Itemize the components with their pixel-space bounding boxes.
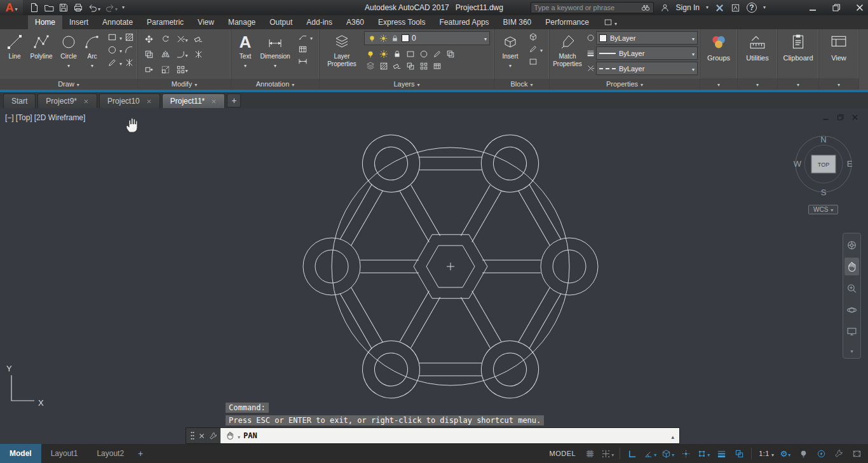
panel-label-groups[interactable] (700, 78, 737, 90)
layer-lock-icon[interactable] (390, 33, 399, 44)
layer-tool-icon[interactable] (444, 48, 456, 59)
dim-style-tool-icon[interactable] (297, 56, 309, 67)
ribbon-tab-home[interactable]: Home (28, 15, 62, 29)
plot-button[interactable] (73, 3, 83, 13)
close-tab-icon[interactable] (83, 99, 89, 104)
arc-tool-button[interactable]: Arc (81, 31, 103, 69)
new-file-button[interactable] (29, 3, 39, 13)
object-snap-tracking-icon[interactable] (678, 446, 693, 460)
file-tab-project10[interactable]: Project10 (99, 93, 160, 108)
layer-select[interactable]: 0 (364, 31, 490, 45)
pan-tool-icon[interactable] (844, 258, 859, 275)
exchange-apps-icon[interactable] (731, 3, 740, 13)
panel-label-view[interactable] (819, 78, 858, 90)
line-tool-button[interactable]: Line (3, 31, 27, 60)
edit-attributes-tool-icon[interactable] (527, 44, 539, 55)
viewport-restore-button[interactable] (836, 113, 844, 121)
layer-color-swatch[interactable] (402, 34, 409, 42)
edit-attributes-caret-icon[interactable] (540, 43, 543, 55)
layout1-tab[interactable]: Layout1 (41, 444, 88, 463)
view-button[interactable]: View (819, 29, 858, 78)
layer-tool-icon[interactable] (391, 48, 403, 59)
layer-on-bulb-icon[interactable] (367, 33, 376, 44)
help-icon[interactable] (747, 3, 757, 13)
hatch-tool-icon[interactable] (123, 32, 135, 43)
object-color-select[interactable]: ByLayer (596, 31, 698, 45)
panel-label-clipboard[interactable] (778, 78, 818, 90)
layer-properties-button[interactable]: Layer Properties (322, 31, 362, 67)
qat-customize-caret-icon[interactable] (122, 5, 125, 10)
restore-button[interactable] (827, 0, 844, 15)
file-tab-project11[interactable]: Project11* (162, 93, 225, 108)
lineweight-select[interactable]: ByLayer (596, 46, 698, 60)
selection-cycling-icon[interactable] (731, 446, 747, 460)
command-customize-wrench-icon[interactable] (209, 432, 217, 440)
revision-cloud-tool-icon[interactable] (123, 45, 135, 55)
ribbon-tab-bim360[interactable]: BIM 360 (496, 15, 539, 29)
layer-tool-icon[interactable] (404, 48, 416, 59)
ellipse-caret-icon[interactable] (119, 44, 122, 55)
redo-button[interactable] (105, 2, 118, 13)
command-collapse-icon[interactable] (671, 430, 674, 441)
layer-tool-icon[interactable] (431, 48, 443, 59)
customization-wrench-icon[interactable] (831, 446, 846, 460)
clean-screen-icon[interactable] (849, 446, 864, 460)
undo-button[interactable] (88, 2, 100, 13)
ellipse-tool-icon[interactable] (106, 45, 118, 55)
viewport-view-control[interactable]: [Top] (16, 113, 32, 122)
search-binoculars-icon[interactable] (641, 3, 650, 12)
utilities-button[interactable]: Utilities (738, 29, 777, 78)
ribbon-tab-parametric[interactable]: Parametric (140, 15, 191, 29)
zoom-tool-icon[interactable] (844, 279, 859, 297)
spline-tool-icon[interactable] (106, 57, 118, 68)
stretch-tool-icon[interactable] (143, 64, 155, 75)
workspace-gear-icon[interactable] (778, 446, 793, 460)
file-tab-start[interactable]: Start (3, 93, 36, 108)
layer-tool-icon[interactable] (364, 48, 376, 59)
help-caret-icon[interactable] (763, 5, 766, 10)
autocad-logo-icon[interactable] (0, 0, 23, 15)
viewport-visual-style-control[interactable]: [2D Wireframe] (34, 113, 86, 122)
isolate-objects-icon[interactable] (796, 446, 811, 460)
dimension-tool-button[interactable]: Dimension (257, 31, 294, 69)
table-tool-icon[interactable] (297, 44, 309, 55)
command-dock-grip[interactable] (190, 431, 195, 441)
mirror-tool-icon[interactable] (159, 49, 172, 60)
trim-tool-icon[interactable] (176, 34, 188, 45)
file-tab-project9[interactable]: Project9* (37, 93, 97, 108)
layer-tool-icon[interactable] (377, 60, 390, 71)
layer-tool-icon[interactable] (417, 60, 430, 71)
lineweight-list-icon[interactable] (586, 48, 595, 59)
ribbon-tab-insert[interactable]: Insert (62, 15, 95, 29)
command-input[interactable]: PAN (220, 428, 679, 443)
command-options-caret-icon[interactable] (238, 430, 240, 441)
panel-label-layers[interactable]: Layers (320, 79, 494, 90)
viewcube[interactable]: TOP N S E W (792, 129, 855, 202)
new-layout-button[interactable] (133, 446, 147, 460)
ribbon-display-toggle[interactable] (604, 15, 617, 29)
rectangle-caret-icon[interactable] (119, 31, 122, 43)
ribbon-tab-annotate[interactable]: Annotate (95, 15, 140, 29)
leader-tool-icon[interactable] (297, 32, 309, 43)
graphics-performance-icon[interactable] (813, 446, 829, 460)
model-space-indicator[interactable]: MODEL (550, 450, 576, 457)
ribbon-tab-express-tools[interactable]: Express Tools (371, 15, 432, 29)
minimize-button[interactable] (804, 0, 821, 15)
viewport-minimize-control[interactable]: [−] (5, 113, 14, 122)
explode-tool-icon[interactable] (193, 49, 205, 60)
close-tab-icon[interactable] (211, 99, 217, 104)
navbar-caret-icon[interactable] (850, 344, 853, 356)
snap-mode-icon[interactable] (600, 446, 615, 460)
panel-label-draw[interactable]: Draw (0, 79, 137, 90)
sign-in-button[interactable]: Sign In (676, 3, 700, 12)
rectangle-tool-icon[interactable] (106, 32, 118, 43)
command-close-icon[interactable] (198, 432, 205, 439)
create-block-tool-icon[interactable] (527, 31, 539, 42)
panel-label-block[interactable]: Block (494, 79, 549, 90)
ribbon-tab-performance[interactable]: Performance (538, 15, 596, 29)
point-tool-icon[interactable] (123, 57, 135, 68)
layer-tool-icon[interactable] (404, 60, 416, 71)
panel-label-properties[interactable]: Properties (550, 79, 700, 90)
annotation-scale-button[interactable]: 1:1 (756, 446, 775, 460)
close-tab-icon[interactable] (146, 99, 152, 104)
